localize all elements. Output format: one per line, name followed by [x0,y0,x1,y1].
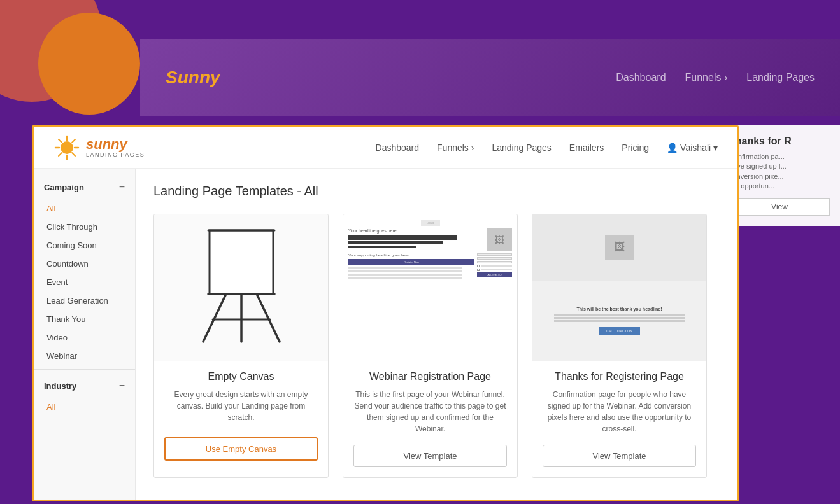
svg-line-7 [72,139,75,143]
tp-headline: This will be the best thank you headline… [576,307,662,311]
nav-dashboard[interactable]: Dashboard [376,143,420,153]
svg-rect-9 [210,230,273,294]
empty-canvas-desc: Every great design starts with an empty … [164,389,318,427]
user-label: Vaishali ▾ [680,143,718,153]
wp-form-section: Your supporting headline goes here Regis… [348,253,512,280]
tp-bottom: This will be the best thank you headline… [532,281,706,361]
bg-nav-dashboard: Dashboard [616,72,666,83]
nav-funnels[interactable]: Funnels › [437,143,474,153]
partial-view-btn[interactable]: View [729,198,830,216]
view-webinar-template-button[interactable]: View Template [353,445,507,467]
easel-svg [190,224,292,351]
wp-supporting: Your supporting headline goes here Regis… [348,253,474,280]
modal-body: Campaign − All Click Through Coming Soon… [34,169,737,500]
wp-logo-bar: LOGO [421,220,440,226]
modal-logo-text: sunny LANDING PAGES [86,137,145,158]
user-icon: 👤 [667,143,678,153]
bg-circle-orange [38,13,140,115]
view-thanks-template-button[interactable]: View Template [543,445,696,467]
wp-checkbox-label1 [481,265,512,267]
tp-top: 🖼 [532,214,706,281]
sidebar-item-thank-you[interactable]: Thank You [34,310,135,328]
sidebar-campaign-header[interactable]: Campaign − [34,175,135,199]
sidebar-item-lead-generation[interactable]: Lead Generation [34,291,135,310]
wp-image: 🖼 [487,228,512,251]
campaign-collapse-icon: − [119,181,125,193]
sidebar-item-all[interactable]: All [34,199,135,218]
thanks-preview: 🖼 This will be the best thank you headli… [532,214,706,361]
wp-headline2 [348,241,443,244]
tp-image-icon: 🖼 [614,241,625,254]
campaign-label: Campaign [44,183,84,192]
sidebar-item-industry-all[interactable]: All [34,398,135,416]
tp-line1 [554,314,685,316]
wp-checkbox1 [477,265,480,267]
wp-line2 [348,270,462,272]
wp-headline3 [348,246,416,248]
use-empty-canvas-button[interactable]: Use Empty Canvas [164,437,318,461]
thanks-mockup: 🖼 This will be the best thank you headli… [532,214,706,361]
template-card-thanks: 🖼 This will be the best thank you headli… [532,214,707,478]
webinar-mockup: LOGO Your headline goes here... 🖼 [343,214,517,361]
thanks-name: Thanks for Registering Page [543,371,696,382]
industry-collapse-icon: − [119,380,125,391]
template-card-webinar: LOGO Your headline goes here... 🖼 [343,214,518,478]
bg-nav-landing-pages: Landing Pages [746,72,815,83]
svg-line-8 [59,153,62,156]
tp-image: 🖼 [605,235,634,260]
sidebar-item-coming-soon[interactable]: Coming Soon [34,236,135,255]
sidebar-item-webinar[interactable]: Webinar [34,347,135,365]
nav-pricing[interactable]: Pricing [622,143,649,153]
modal-logo: sunny LANDING PAGES [53,134,145,162]
bg-nav: Sunny Dashboard Funnels › Landing Pages [140,39,840,116]
nav-emailers[interactable]: Emailers [569,143,604,153]
modal-nav-links: Dashboard Funnels › Landing Pages Emaile… [376,143,718,153]
wp-checkbox-row1 [477,265,512,267]
template-card-empty-canvas: Empty Canvas Every great design starts w… [153,214,329,478]
sidebar-industry-header[interactable]: Industry − [34,374,135,398]
empty-canvas-preview [154,214,328,361]
nav-landing-pages[interactable]: Landing Pages [492,143,551,153]
image-placeholder-icon: 🖼 [495,235,504,245]
webinar-preview: LOGO Your headline goes here... 🖼 [343,214,517,361]
svg-point-0 [61,141,73,154]
modal-nav: sunny LANDING PAGES Dashboard Funnels › … [34,127,737,169]
wp-checkbox-row2 [477,269,512,271]
bg-nav-funnels: Funnels › [685,72,728,83]
wp-cta-btn: CALL TO ACTION [477,272,512,277]
template-grid: Empty Canvas Every great design starts w… [153,214,719,478]
thanks-desc: Confirmation page for people who have si… [543,389,696,435]
webinar-info: Webinar Registration Page This is the fi… [343,361,517,477]
wp-register-btn: Register Now [348,259,474,265]
sidebar-item-event[interactable]: Event [34,273,135,291]
wp-line4 [348,277,462,279]
svg-line-5 [59,139,62,143]
wp-form: CALL TO ACTION [477,253,512,280]
thanks-info: Thanks for Registering Page Confirmation… [532,361,706,477]
wp-line3 [348,274,462,276]
wp-header-text: Your headline goes here... [348,228,484,251]
bg-nav-links: Dashboard Funnels › Landing Pages [616,72,815,83]
modal-overlay: sunny LANDING PAGES Dashboard Funnels › … [32,125,739,501]
wp-checkbox-label2 [481,269,512,270]
nav-user[interactable]: 👤 Vaishali ▾ [667,143,718,153]
wp-sub-text: Your supporting headline goes here [348,253,474,257]
wp-checkbox2 [477,269,480,271]
sidebar-item-click-through[interactable]: Click Through [34,218,135,236]
tp-cta-btn: CALL TO ACTION [599,327,639,335]
page-title: Landing Page Templates - All [153,184,719,199]
wp-field2 [477,257,512,260]
modal-logo-sub: LANDING PAGES [86,152,145,158]
tp-line2 [554,317,685,319]
sidebar-item-countdown[interactable]: Countdown [34,255,135,273]
bg-logo: Sunny [166,67,220,88]
sidebar-divider [34,369,135,370]
wp-field3 [477,261,512,263]
wp-field1 [477,253,512,256]
sidebar-item-video[interactable]: Video [34,328,135,347]
webinar-desc: This is the first page of your Webinar f… [353,389,507,435]
tp-line3 [554,320,685,322]
sun-icon [53,134,81,162]
wp-header: Your headline goes here... 🖼 [348,228,512,251]
empty-canvas-name: Empty Canvas [164,371,318,382]
